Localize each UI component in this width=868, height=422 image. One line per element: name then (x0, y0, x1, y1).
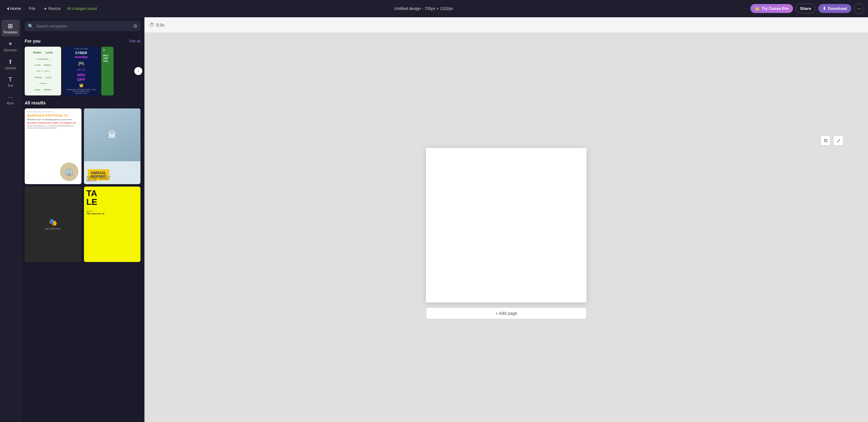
home-button[interactable]: Home (4, 4, 24, 13)
add-page-button[interactable]: + Add page (426, 307, 587, 319)
search-bar-area: 🔍 ⚙ (21, 17, 144, 34)
try-pro-button[interactable]: 👑 Try Canva Pro (750, 4, 793, 13)
quarkwood-body: Quarkwood Advertising, Co. is a full-ser… (27, 125, 79, 129)
design-title: Untitled design - 735px × 1102px (394, 6, 453, 11)
add-page-label: + Add page (495, 311, 517, 316)
table-big-text: TALE (87, 189, 138, 206)
download-icon: ⬇ (823, 6, 826, 11)
templates-content: For you See all Parker Louis — seating c… (21, 34, 144, 412)
canvas-actions: ⧉ ⤢ (820, 136, 843, 145)
resize-label: Resize (49, 6, 61, 11)
cyber-sub: UP TO (77, 68, 85, 72)
magic-resize-icon: ✦ (43, 6, 47, 11)
cyber-disclaimer: TERMS AND CONDITIONS APPLY. VALID FROM 0… (65, 89, 97, 94)
expand-page-button[interactable]: ⤢ (833, 136, 843, 145)
elements-icon: ✦ (8, 40, 13, 48)
sidebar-item-more[interactable]: ··· More (1, 91, 20, 108)
all-results-section-header: All results (25, 101, 141, 105)
sidebar-templates-label: Templates (3, 31, 18, 34)
file-button[interactable]: File (26, 4, 39, 13)
template-dark-promo[interactable]: 🎭 DELIVER ONLY (25, 187, 82, 262)
cyber-off: 50%OFF (77, 73, 85, 82)
canvas-area: ⏱ 5.0s ⧉ ⤢ + Add page (145, 17, 868, 422)
uploads-icon: ⬆ (8, 58, 13, 65)
try-pro-label: Try Canva Pro (762, 6, 788, 11)
topbar-left: Home File ✦ Resize All changes saved (4, 4, 97, 13)
cyber-card-content: YOUR LOGO HERE CYBERmonday 🎮 UP TO 50%OF… (63, 47, 99, 95)
template-green-partial[interactable]: ADELIVERONL (101, 47, 114, 95)
main-area: ⊞ Templates ✦ Elements ⬆ Uploads T Text … (0, 17, 868, 422)
template-annual-report[interactable]: 🏛 ANNUALREPORT PREPARED BY PRESENTED BY … (84, 108, 141, 184)
duplicate-icon: ⧉ (824, 138, 827, 143)
results-grid: YOUR MESSAGE MATTERS. Quarkwood Advertis… (25, 108, 141, 262)
sidebar-icons: ⊞ Templates ✦ Elements ⬆ Uploads T Text … (0, 17, 21, 422)
template-table-yellow[interactable]: TALE — time to The seasons of (84, 187, 141, 262)
timer-icon: ⏱ (149, 22, 154, 28)
crown-pro-icon: 👑 (755, 6, 760, 11)
quarkwood-card-content: YOUR MESSAGE MATTERS. Quarkwood Advertis… (25, 108, 82, 184)
templates-panel: 🔍 ⚙ For you See all Parker Louis — seati… (21, 17, 145, 422)
home-label: Home (10, 6, 21, 11)
template-quarkwood[interactable]: YOUR MESSAGE MATTERS. Quarkwood Advertis… (25, 108, 82, 184)
circle-decoration: 🏢 (60, 163, 79, 181)
sidebar-item-text[interactable]: T Text (1, 74, 20, 90)
filter-icon[interactable]: ⚙ (133, 23, 137, 29)
search-input[interactable] (36, 21, 130, 31)
download-label: Download (828, 6, 847, 11)
timer-value: 5.0s (156, 23, 164, 28)
search-input-wrap: 🔍 ⚙ (25, 21, 141, 31)
annual-card-content: 🏛 ANNUALREPORT PREPARED BY PRESENTED BY … (84, 108, 141, 184)
table-card-content: TALE — time to The seasons of (84, 187, 141, 262)
canvas-toolbar: ⏱ 5.0s (145, 17, 868, 33)
carousel-next-button[interactable]: › (134, 67, 142, 75)
more-options-button[interactable]: ··· (854, 3, 864, 14)
more-icon: ··· (8, 93, 13, 101)
template-cyber-monday[interactable]: YOUR LOGO HERE CYBERmonday 🎮 UP TO 50%OF… (63, 47, 99, 95)
see-all-link[interactable]: See all (129, 39, 141, 43)
dark-thumb-content: 🎭 DELIVER ONLY (25, 187, 82, 262)
text-icon: T (8, 76, 12, 83)
sidebar-item-templates[interactable]: ⊞ Templates (1, 20, 20, 36)
canvas-page[interactable] (426, 148, 587, 303)
crown-badge-icon: 👑 (79, 83, 84, 87)
topbar-center: Untitled design - 735px × 1102px (99, 6, 748, 11)
table-sub-text: time to (87, 210, 138, 212)
timer-display: ⏱ 5.0s (149, 22, 164, 28)
templates-icon: ⊞ (8, 22, 13, 30)
green-card-content: ADELIVERONL (101, 47, 114, 95)
cyber-title: CYBERmonday (75, 51, 88, 59)
expand-icon: ⤢ (837, 138, 840, 144)
quarkwood-cta: WE CONVEY YOUR MESSAGE IN A SIMPLE, YET … (27, 122, 79, 124)
ellipsis-icon: ··· (857, 6, 861, 11)
annual-bg: 🏛 (84, 108, 141, 161)
canvas-wrapper: ⧉ ⤢ + Add page (145, 33, 868, 422)
for-you-title: For you (25, 38, 40, 44)
download-button[interactable]: ⬇ Download (818, 4, 851, 13)
sidebar-more-label: More (7, 102, 14, 105)
search-icon: 🔍 (28, 24, 34, 29)
share-button[interactable]: Share (796, 4, 816, 13)
all-results-title: All results (25, 101, 46, 105)
annual-prepared: PREPARED BY PRESENTED BY Joseph Langfore… (87, 176, 112, 181)
sidebar-uploads-label: Uploads (5, 66, 16, 70)
sidebar-text-label: Text (7, 84, 13, 87)
for-you-grid: Parker Louis — seating chart — Louis Par… (25, 47, 141, 95)
seating-card-content: Parker Louis — seating chart — Louis Par… (25, 47, 61, 95)
duplicate-page-button[interactable]: ⧉ (820, 136, 830, 145)
chevron-left-icon (7, 7, 9, 10)
topbar: Home File ✦ Resize All changes saved Unt… (0, 0, 868, 17)
quarkwood-title: Quarkwood Advertising, Co. (27, 113, 79, 117)
template-seating-chart[interactable]: Parker Louis — seating chart — Louis Par… (25, 47, 61, 95)
sidebar-elements-label: Elements (4, 49, 17, 52)
sidebar-item-elements[interactable]: ✦ Elements (1, 38, 20, 54)
topbar-right: 👑 Try Canva Pro Share ⬇ Download ··· (750, 3, 864, 14)
resize-button[interactable]: ✦ Resize (40, 4, 64, 13)
quarkwood-subtitle: Beechtown City's #1 advertising agency a… (27, 118, 79, 121)
sidebar-item-uploads[interactable]: ⬆ Uploads (1, 56, 20, 72)
share-label: Share (800, 6, 811, 11)
for-you-section-header: For you See all (25, 38, 141, 44)
file-label: File (29, 6, 35, 11)
controller-icon: 🎮 (78, 60, 85, 67)
auto-save-status: All changes saved (67, 6, 97, 11)
